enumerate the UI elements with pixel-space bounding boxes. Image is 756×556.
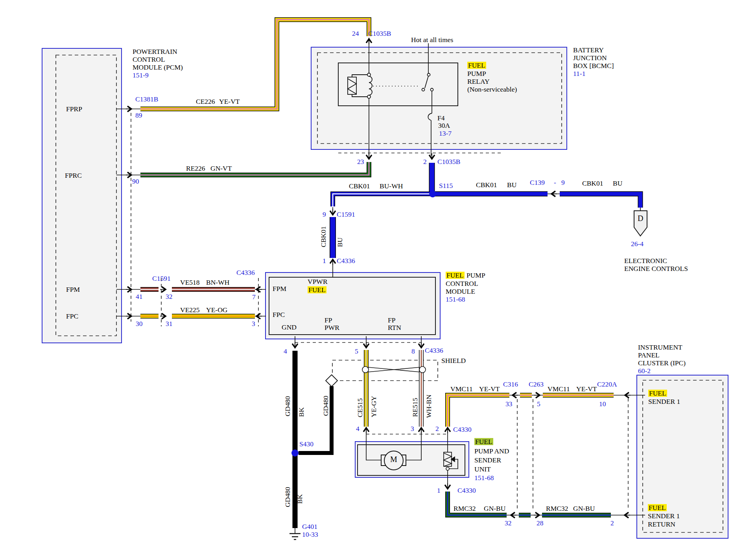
fpcm-pin-gnd: GND: [282, 324, 297, 331]
ipc-fuel-sender-line2: SENDER 1: [648, 398, 680, 405]
wire-ce515-color: YE-GY: [370, 396, 377, 417]
pcm-title-line1: POWERTRAIN: [133, 48, 177, 55]
pcm-pin-fpm: FPM: [66, 286, 80, 293]
conn-c4336-bottom: C4336: [425, 347, 443, 354]
wire-gd480-name-2: GD480: [284, 487, 291, 507]
pin-5-c263: 5: [537, 400, 540, 407]
pin-3-c4336: 3: [252, 320, 255, 327]
wire-vmc11-name-2: VMC11: [548, 385, 570, 392]
wire-cbk01-name-3: CBK01: [582, 180, 603, 187]
fpcm-title-line3: MODULE: [446, 288, 475, 295]
pin-4-c4330: 4: [356, 425, 360, 432]
shield-label: SHIELD: [441, 357, 466, 364]
wire-gd480-name-1: GD480: [284, 396, 291, 416]
pin-30: 30: [136, 320, 143, 327]
pin-2-c4330: 2: [435, 425, 439, 432]
pin-8-c4336: 8: [411, 348, 415, 355]
pin-41: 41: [136, 293, 143, 300]
wire-cbk01-color-v: BU: [336, 237, 343, 247]
wire-ce226-color: YE-VT: [219, 98, 240, 105]
motor-letter: M: [390, 455, 397, 464]
ipc-title-line3: CLUSTER (IPC): [638, 359, 686, 366]
fpcm-pin-fuel: FUEL: [308, 286, 326, 293]
wire-vmc11-name-1: VMC11: [450, 385, 473, 392]
pin-89: 89: [135, 112, 142, 119]
conn-c1591-left: C1591: [152, 275, 171, 282]
splice-s115-label: S115: [439, 182, 453, 189]
fpcm-pin-fp-pwr-2: PWR: [325, 324, 339, 331]
bjb-title-line3: BOX [BCMC]: [573, 62, 614, 69]
conn-c4336-left: C4336: [236, 269, 255, 276]
wire-ce515-name: CE515: [356, 398, 363, 418]
splice-s430-label: S430: [299, 440, 313, 447]
conn-c1381b: C1381B: [135, 96, 158, 103]
fps-title-line4: UNIT: [474, 466, 491, 473]
wire-cbk01-name-2: CBK01: [476, 181, 497, 188]
ipc-title-line1: INSTRUMENT: [638, 344, 682, 351]
wire-ve518-name: VE518: [180, 279, 200, 286]
fpcm-pin-fpc: FPC: [273, 311, 285, 318]
fps-page-ref: 151-68: [474, 474, 494, 481]
pin-32-c316: 32: [505, 519, 512, 527]
fpcm-title-fuel: FUEL: [446, 272, 465, 279]
fuse-page-ref: 13-7: [439, 130, 452, 137]
pin-1-c4336: 1: [323, 257, 326, 264]
bjb-title-line1: BATTERY: [573, 46, 604, 53]
pcm-pin-fprp: FPRP: [66, 105, 82, 112]
conn-c139: C139: [530, 179, 545, 186]
fpcm-pin-fp-rtn-2: RTN: [388, 324, 401, 331]
d-symbol-letter: D: [638, 214, 643, 223]
fpcm-pin-vpwr: VPWR: [308, 278, 328, 285]
wire-cbk01-color-1: BU-WH: [380, 182, 403, 190]
relay-label-fuel: FUEL: [467, 62, 486, 69]
relay-label-pump: PUMP: [467, 70, 486, 77]
bjb-page-ref: 11-1: [573, 70, 585, 77]
conn-c316: C316: [503, 381, 518, 388]
fpcm-title-line2: CONTROL: [446, 280, 478, 287]
pin-23: 23: [357, 158, 364, 165]
diagram-labels: POWERTRAINCONTROLMODULE (PCM)151-9FPRPFP…: [0, 0, 756, 556]
wire-gd480-color-1: BK: [298, 407, 305, 417]
ipc-fuel-return-fuel: FUEL: [648, 504, 667, 511]
wire-re226-name: RE226: [186, 165, 205, 172]
ipc-fuel-sender-fuel: FUEL: [648, 390, 667, 397]
fuse-rating: 30A: [438, 122, 450, 129]
pin-33: 33: [505, 400, 513, 407]
wire-re515-color: WH-BN: [425, 394, 432, 418]
pcm-page-ref: 151-9: [133, 72, 149, 79]
fpcm-page-ref: 151-68: [446, 296, 465, 303]
wire-cbk01-name-v: CBK01: [320, 226, 327, 247]
conn-c1035b-bottom: C1035B: [437, 158, 460, 165]
hot-at-all-times: Hot at all times: [411, 36, 453, 43]
ipc-fuel-return-line3: RETURN: [648, 521, 675, 528]
pin-3-c4330: 3: [411, 425, 414, 432]
fuse-name: F4: [437, 114, 444, 122]
pin-2-c1035b: 2: [423, 158, 427, 165]
wire-cbk01-name-1: CBK01: [349, 182, 370, 190]
ipc-page-ref: 60-2: [638, 367, 651, 374]
wire-ve518-color: BN-WH: [206, 279, 229, 286]
conn-c1591-mid: C1591: [337, 211, 355, 218]
pcm-title-line2: CONTROL: [133, 56, 165, 63]
pin-9-c1591: 9: [323, 211, 326, 218]
pin-10: 10: [599, 400, 606, 407]
wire-vmc11-color-2: YE-VT: [576, 385, 597, 392]
conn-c263: C263: [529, 381, 544, 388]
wire-ve225-color: YE-OG: [206, 306, 227, 313]
ground-g401: G401: [302, 523, 317, 530]
pin-7: 7: [252, 293, 256, 300]
fps-title-fuel: FUEL: [474, 438, 493, 445]
fpcm-pin-fp-pwr-1: FP: [325, 317, 332, 324]
fps-title-line2: PUMP AND: [474, 447, 509, 455]
pin-4-c4336: 4: [284, 348, 287, 355]
bjb-title-line2: JUNCTION: [573, 54, 607, 61]
fpcm-title-pump: PUMP: [467, 272, 485, 279]
wire-gd480-color-2: BK: [296, 494, 303, 504]
wire-re515-name: RE515: [411, 398, 419, 417]
pin-1-c4330: 1: [437, 487, 441, 494]
wire-rmc32-color-2: GN-BU: [573, 505, 595, 512]
fuel-pump-wiring-diagram: POWERTRAINCONTROLMODULE (PCM)151-9FPRPFP…: [0, 0, 756, 556]
wire-cbk01-color-3: BU: [613, 180, 622, 187]
pcm-pin-fprc: FPRC: [65, 172, 82, 179]
pcm-title-line3: MODULE (PCM): [133, 64, 183, 71]
